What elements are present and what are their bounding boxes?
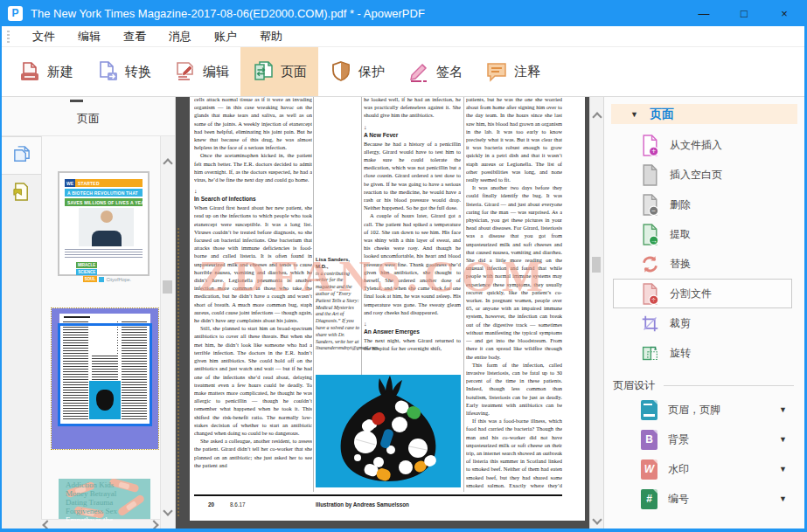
panel-action-split-file[interactable]: ÷分割文件: [613, 279, 792, 308]
dropdown-arrow-icon[interactable]: ▼: [779, 405, 787, 414]
right-panel-header[interactable]: ▼ 页面: [611, 104, 797, 124]
crop-page-icon: [641, 313, 659, 335]
ad-portrait-photo: [79, 208, 134, 246]
toolbar-sign-button[interactable]: 签名: [396, 47, 474, 96]
comment-icon: [485, 60, 508, 83]
viewport-indicator[interactable]: [58, 323, 152, 426]
ad-logo: MIRACLESCIENCESOUL CityofHope.: [65, 262, 143, 282]
scroll-up-icon[interactable]: [163, 159, 172, 168]
panel-action-insert-blank-page[interactable]: 插入空白页: [604, 160, 804, 190]
svg-text:÷: ÷: [651, 295, 656, 304]
maximize-button[interactable]: □: [724, 0, 764, 26]
illustration-credit: Illustration by Andreas Samuelsson: [316, 501, 409, 508]
section-arrow-icon: ↓: [364, 124, 461, 131]
article-paragraph: She asked a colleague, another resident,…: [194, 437, 312, 469]
sidebar-tab-bookmarks[interactable]: [2, 175, 41, 211]
panel-action-label: 替换: [670, 257, 691, 272]
panel-action-watermark[interactable]: W水印▼: [604, 454, 804, 484]
menu-item-3[interactable]: 消息: [169, 29, 191, 45]
scrollbar-thumb[interactable]: [163, 280, 172, 294]
menu-item-5[interactable]: 帮助: [260, 29, 282, 45]
panel-action-label: 编号: [668, 492, 779, 507]
watermark: ZDFANS.COM: [198, 251, 549, 301]
viewer-scrollbar[interactable]: [589, 97, 603, 529]
section-divider: [664, 385, 794, 386]
thumbnail-text-line: Addiction Kids: [66, 480, 150, 489]
ad-headline-bar: SAVES MILLIONS OF LIVES A YEAR: [65, 198, 143, 206]
toolbar-button-label: 编辑: [203, 64, 229, 80]
panel-action-label: 分割文件: [670, 287, 712, 301]
article-heading: In Search of Infections: [194, 195, 312, 203]
toolbar-new-button[interactable]: 新建: [7, 47, 85, 96]
dropdown-arrow-icon[interactable]: ▼: [779, 435, 787, 444]
scroll-down-icon[interactable]: [163, 507, 172, 515]
panel-action-extract[interactable]: →提取: [604, 219, 804, 249]
toolbar-button-label: 签名: [436, 64, 463, 80]
thumbnail-text-line: Forgiveness Sex: [66, 507, 150, 515]
panel-action-label: 水印: [668, 462, 779, 477]
collapse-panel-button[interactable]: [70, 100, 83, 102]
article-paragraph: Still, she planned to start him on broad…: [194, 324, 312, 437]
scroll-up-icon[interactable]: [593, 113, 602, 121]
thumbnail-page-1[interactable]: WESTARTEDA BIOTECH REVOLUTION THATSAVES …: [58, 171, 150, 276]
page-thumbnails-icon: [11, 144, 31, 168]
menu-item-0[interactable]: 文件: [32, 29, 55, 45]
panel-action-header-footer[interactable]: 页眉，页脚▼: [604, 395, 804, 425]
scroll-left-icon[interactable]: [42, 520, 52, 529]
dropdown-arrow-icon[interactable]: ▼: [779, 465, 787, 473]
title-bar: P The New York Times Magazine-2017-08-06…: [2, 0, 804, 26]
article-paragraph: If this was a food-borne illness, which …: [466, 417, 562, 490]
toolbar-protect-button[interactable]: 保护: [318, 47, 396, 96]
panel-action-label: 删除: [670, 197, 691, 212]
logo-line: MIRACLE: [76, 262, 98, 268]
dropdown-arrow-icon[interactable]: ▼: [779, 494, 787, 503]
panel-action-label: 提取: [670, 227, 691, 242]
toolbar-edit-button[interactable]: 编辑: [163, 47, 240, 96]
thumbnail-scrollbar[interactable]: [160, 136, 175, 529]
menu-item-4[interactable]: 账户: [214, 29, 237, 45]
toolbar-comment-button[interactable]: 注释: [474, 47, 552, 96]
toolbar-convert-button[interactable]: 转换: [85, 47, 163, 96]
minimize-button[interactable]: —: [684, 0, 724, 26]
article-heading: An Answer Emerges: [364, 328, 461, 335]
shield-icon: [330, 60, 352, 83]
garlic-pills-illustration: [316, 375, 461, 487]
toolbar-button-label: 新建: [47, 64, 73, 80]
window-title: The New York Times Magazine-2017-08-06(E…: [31, 7, 684, 20]
scroll-down-icon[interactable]: [593, 515, 602, 524]
sidebar-tab-thumbnails[interactable]: [2, 136, 41, 175]
panel-action-delete[interactable]: −删除: [604, 190, 804, 219]
article-heading: A New Fever: [364, 131, 461, 139]
logo-line: SCIENCE: [76, 269, 97, 275]
thumbnail-page-2-selected[interactable]: [52, 308, 158, 449]
close-button[interactable]: ×: [764, 0, 804, 26]
left-panel-header: 页面: [2, 97, 175, 136]
scrollbar-thumb[interactable]: [592, 257, 601, 273]
panel-action-crop[interactable]: 裁剪: [604, 308, 804, 338]
pdf-viewer: cells attack normal tissue as if it were…: [176, 97, 589, 529]
app-window: P The New York Times Magazine-2017-08-06…: [0, 0, 807, 532]
article-paragraph: he looked well, if he had an infection, …: [364, 97, 461, 120]
insert-from-file-icon: +: [641, 135, 659, 156]
panel-action-rotate[interactable]: 旋转: [604, 338, 804, 368]
panel-action-numbering[interactable]: #编号▼: [604, 484, 804, 514]
menu-item-2[interactable]: 查看: [123, 29, 146, 45]
toolbar-pages-button[interactable]: 页面: [240, 47, 318, 96]
background-icon: B: [641, 430, 657, 450]
svg-text:→: →: [650, 236, 657, 245]
page-number: 20: [208, 501, 214, 508]
new-file-icon: [18, 60, 41, 83]
menu-item-1[interactable]: 编辑: [78, 29, 101, 45]
edit-page-icon: [174, 60, 197, 83]
article-paragraph: patients, but he was the one she worried…: [466, 97, 562, 183]
panel-action-background[interactable]: B背景▼: [604, 425, 804, 454]
thumbnail-list: WESTARTEDA BIOTECH REVOLUTION THATSAVES …: [42, 136, 160, 529]
scroll-right-icon[interactable]: [149, 520, 158, 529]
pdf-page[interactable]: cells attack normal tissue as if it were…: [190, 97, 585, 521]
thumbnail-page-3[interactable]: Addiction KidsMoney BetrayalDating Traum…: [59, 479, 150, 521]
main-toolbar: 新建转换编辑页面保护签名注释: [2, 47, 804, 97]
panel-action-replace[interactable]: 替换: [604, 249, 804, 279]
svg-text:+: +: [651, 147, 656, 155]
panel-action-insert-from-file[interactable]: +从文件插入: [604, 130, 804, 160]
extract-page-icon: →: [641, 224, 659, 245]
